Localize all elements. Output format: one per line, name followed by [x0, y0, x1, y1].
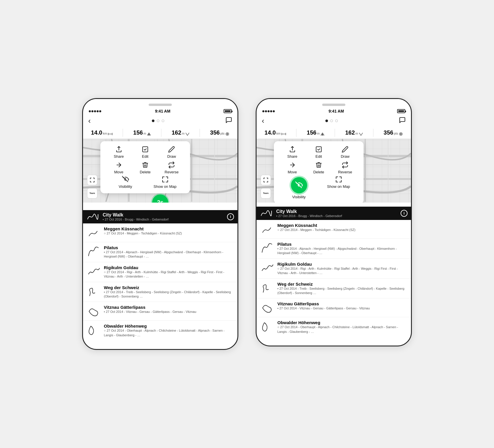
list-item[interactable]: Meggen Küssnacht ○ 27 Oct 2014 - Meggen …	[257, 220, 411, 239]
tours-map-button-right[interactable]: Tours	[261, 188, 271, 199]
page-dot-2-left[interactable]	[157, 120, 159, 122]
menu-visibility-left[interactable]: Visibility	[106, 176, 145, 189]
menu-reverse-right[interactable]: Reverse	[332, 161, 358, 174]
route-details-2-left: ○ 27 Oct 2014 - Rigi - Arth - Kulmhütte …	[104, 270, 234, 279]
citywalk-subtitle-left: • 27 Oct 2016 - Brugg - Windisch - Geben…	[103, 218, 224, 221]
route-info-5-left: Obwalder Höhenweg ○ 27 Oct 2014 - Oberha…	[104, 324, 234, 337]
route-details-0-right: ○ 27 Oct 2014 - Meggen - Tschädigen - Kü…	[277, 228, 408, 232]
chat-button-right[interactable]	[399, 117, 406, 125]
list-item[interactable]: Weg der Schweiz • 27 Oct 2014 - Treib - …	[83, 282, 237, 302]
info-button-left[interactable]: i	[227, 213, 234, 220]
page-dot-3-right[interactable]	[335, 120, 338, 122]
menu-edit-left[interactable]: Edit	[132, 146, 158, 159]
info-button-right[interactable]: i	[401, 210, 408, 217]
route-info-0-left: Meggen Küssnacht ○ 27 Oct 2014 - Meggen …	[104, 226, 234, 236]
menu-draw-right[interactable]: Draw	[332, 146, 358, 159]
route-info-0-right: Meggen Küssnacht ○ 27 Oct 2014 - Meggen …	[277, 223, 408, 232]
route-info-3-left: Weg der Schweiz • 27 Oct 2014 - Treib - …	[104, 285, 234, 299]
menu-arrow-right	[316, 199, 322, 203]
route-info-1-left: Pilatus • 27 Oct 2014 - Alpnach - Hergis…	[104, 245, 234, 259]
battery-icon-left	[224, 109, 232, 113]
menu-visibility-right[interactable]: Visibility	[279, 176, 319, 199]
route-name-1-left: Pilatus	[104, 245, 234, 250]
route-details-3-left: • 27 Oct 2014 - Treib - Seelisberg - See…	[104, 290, 234, 299]
menu-visibility-label-left: Visibility	[119, 184, 132, 189]
route-thumb-2-right	[260, 262, 274, 274]
list-item[interactable]: Pilatus • 27 Oct 2014 - Alpnach - Hergis…	[257, 239, 411, 259]
citywalk-info-left: City Walk • 27 Oct 2016 - Brugg - Windis…	[103, 212, 224, 221]
visibility-highlight-circle-right	[291, 177, 307, 193]
svg-point-4	[227, 133, 228, 135]
back-button-right[interactable]: ‹	[262, 116, 264, 125]
menu-move-left[interactable]: Move	[106, 161, 132, 174]
expand-map-button-right[interactable]	[261, 175, 271, 185]
chat-button-left[interactable]	[225, 117, 232, 125]
route-info-1-right: Pilatus • 27 Oct 2014 - Alpnach - Hergis…	[277, 242, 408, 256]
menu-move-right[interactable]: Move	[279, 161, 305, 174]
stat-descent-unit-right: m	[355, 132, 363, 135]
signal-dots-right	[262, 109, 275, 113]
route-name-5-left: Obwalder Höhenweg	[104, 324, 234, 328]
menu-delete-left[interactable]: Delete	[132, 161, 158, 174]
page-dot-1-left[interactable]	[152, 120, 154, 122]
back-button-left[interactable]: ‹	[88, 116, 91, 125]
menu-share-label-right: Share	[287, 154, 297, 159]
route-details-5-right: ○ 27 Oct 2014 - Oberhaupt - Alpnach - Ch…	[277, 325, 408, 334]
phone-top-left	[83, 99, 237, 108]
menu-showmap-right[interactable]: Show on Map	[319, 176, 358, 199]
page-dot-1-right[interactable]	[325, 120, 328, 122]
menu-visibility-label-right: Visibility	[292, 195, 306, 199]
menu-draw-label-left: Draw	[167, 154, 176, 159]
citywalk-header-left: City Walk • 27 Oct 2016 - Brugg - Windis…	[83, 210, 237, 223]
list-item[interactable]: Obwalder Höhenweg ○ 27 Oct 2014 - Oberha…	[257, 317, 411, 337]
route-name-2-right: Rigikulm Goldau	[277, 262, 408, 267]
route-name-4-right: Vitznau Gätterlipass	[277, 301, 408, 306]
menu-reverse-left[interactable]: Reverse	[158, 161, 185, 174]
menu-move-label-left: Move	[114, 170, 124, 174]
stat-points-unit-left: pts	[220, 132, 230, 136]
stat-ascent-left: 156 m	[133, 129, 151, 136]
list-item[interactable]: Vitznau Gätterlipass • 27 Oct 2014 - Vit…	[83, 302, 237, 321]
status-bar-left: 9:41 AM	[83, 108, 237, 115]
list-item[interactable]: Rigikulm Goldau ○ 27 Oct 2014 - Rigi - A…	[257, 259, 411, 279]
list-item[interactable]: Weg der Schweiz • 27 Oct 2014 - Treib - …	[257, 279, 411, 299]
app-container: 9:41 AM ‹ 14.0 km	[82, 98, 412, 350]
route-info-4-right: Vitznau Gätterlipass • 27 Oct 2014 - Vit…	[277, 301, 408, 311]
context-menu-right: Share Edit Draw	[274, 141, 364, 203]
list-item[interactable]: Meggen Küssnacht ○ 27 Oct 2014 - Meggen …	[83, 223, 237, 242]
page-dot-2-right[interactable]	[330, 120, 333, 122]
stat-points-right: 356 pts	[384, 129, 403, 136]
tours-map-button-left[interactable]: Tours	[87, 188, 97, 199]
route-info-2-right: Rigikulm Goldau ○ 27 Oct 2014 - Rigi - A…	[277, 262, 408, 276]
route-thumb-0-right	[260, 223, 274, 236]
menu-delete-right[interactable]: Delete	[305, 161, 332, 174]
menu-share-right[interactable]: Share	[279, 146, 305, 159]
menu-edit-right[interactable]: Edit	[305, 146, 332, 159]
route-thumb-2-left	[86, 265, 101, 278]
menu-edit-label-right: Edit	[316, 154, 322, 159]
stat-distance-unit-left: km	[103, 132, 113, 135]
stat-descent-value-left: 162	[172, 129, 181, 136]
menu-delete-label-right: Delete	[313, 170, 324, 174]
route-info-5-right: Obwalder Höhenweg ○ 27 Oct 2014 - Oberha…	[277, 320, 408, 334]
svg-rect-14	[143, 147, 148, 152]
stat-sep-3-left	[200, 129, 200, 137]
route-thumb-4-left	[86, 305, 101, 317]
list-item[interactable]: Vitznau Gätterlipass • 27 Oct 2014 - Vit…	[257, 298, 411, 317]
list-item[interactable]: Rigikulm Goldau ○ 27 Oct 2014 - Rigi - A…	[83, 262, 237, 282]
nav-bar-left: ‹	[83, 115, 237, 127]
menu-draw-left[interactable]: Draw	[158, 146, 185, 159]
stat-distance-right: 14.0 km	[265, 129, 286, 136]
page-dot-3-left[interactable]	[162, 120, 164, 122]
info-icon-left: i	[230, 214, 231, 219]
route-name-3-left: Weg der Schweiz	[104, 285, 234, 290]
menu-showmap-left[interactable]: Show on Map	[145, 176, 185, 189]
list-item[interactable]: Pilatus • 27 Oct 2014 - Alpnach - Hergis…	[83, 242, 237, 262]
status-time-left: 9:41 AM	[155, 109, 170, 113]
route-thumb-5-right	[260, 320, 274, 333]
menu-share-left[interactable]: Share	[106, 146, 132, 159]
citywalk-subtitle-right: • 27 Oct 2016 - Brugg - Windisch - Geben…	[276, 214, 397, 218]
phone-notch-right	[322, 104, 345, 106]
expand-map-button-left[interactable]	[87, 175, 97, 185]
list-item[interactable]: Obwalder Höhenweg ○ 27 Oct 2014 - Oberha…	[83, 321, 237, 340]
